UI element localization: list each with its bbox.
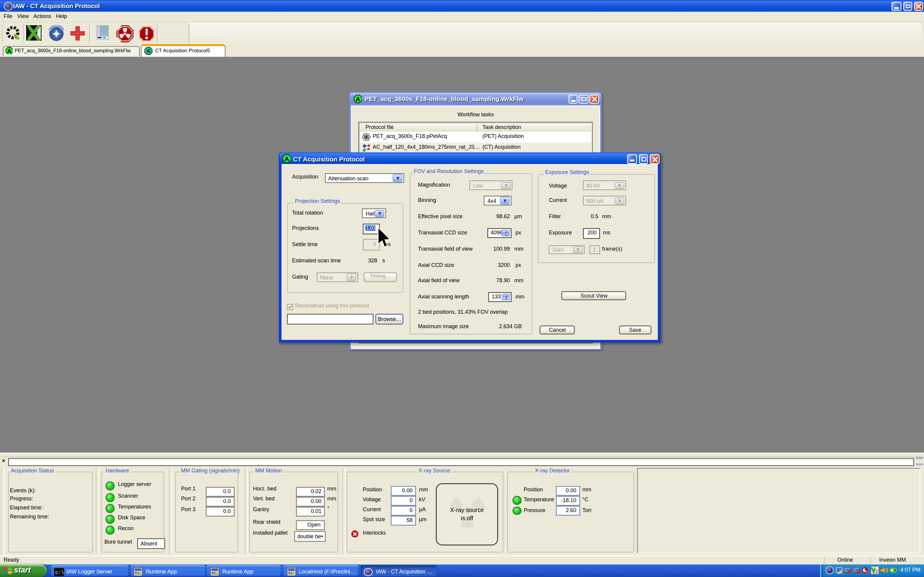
svg-text:A: A: [355, 96, 360, 103]
svg-text:A: A: [7, 47, 11, 54]
svg-text:2: 2: [875, 569, 877, 575]
svg-text:c:\: c:\: [56, 569, 65, 575]
svg-text:A: A: [284, 155, 289, 162]
svg-text:A: A: [146, 48, 150, 54]
